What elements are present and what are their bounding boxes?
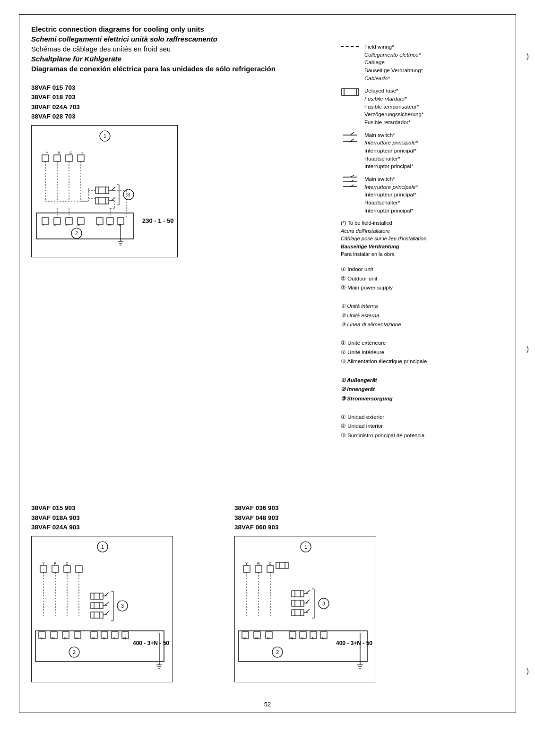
svg-text:C: C	[66, 223, 69, 227]
fw-fr: Cablage	[364, 59, 423, 67]
svg-text:L: L	[98, 223, 100, 227]
svg-rect-83	[64, 566, 70, 572]
fr1: ① Unité extérieure	[341, 339, 501, 348]
svg-text:3: 3	[121, 603, 124, 609]
svg-line-150	[306, 590, 310, 594]
field-wiring-text: Field wiring* Collegamento elettrico* Ca…	[364, 43, 423, 82]
fw-label: Field wiring*	[364, 43, 423, 51]
model-label-3: 38VAF 036 903 38VAF 048 903 38VAF 060 90…	[234, 503, 409, 532]
svg-text:R: R	[54, 223, 57, 227]
svg-text:Y: Y	[245, 561, 248, 566]
es2: ② Unidad interior	[341, 422, 501, 431]
svg-text:1: 1	[101, 544, 104, 550]
svg-rect-146	[292, 591, 304, 597]
voltage-label-2: 400 - 3+N - 50	[133, 640, 169, 646]
svg-text:=: =	[81, 151, 84, 155]
model-label-2: 38VAF 015 903 38VAF 018A 903 38VAF 024A …	[31, 503, 206, 532]
fr3: ③ Alimentation électrique principale	[341, 357, 501, 366]
svg-rect-82	[52, 566, 59, 572]
svg-text:2: 2	[276, 649, 279, 655]
svg-text:3: 3	[127, 192, 130, 197]
svg-rect-22	[78, 155, 84, 161]
margin-mark-1: )	[526, 52, 529, 60]
svg-text:C: C	[66, 561, 69, 566]
svg-rect-81	[40, 566, 47, 572]
numbered-legend: ① Indoor unit ② Outdoor unit ③ Main powe…	[341, 265, 501, 440]
de2: ② Innengerät	[341, 385, 501, 394]
voltage-label-1: 230 - 1 - 50	[142, 217, 174, 224]
margin-mark-2: )	[526, 345, 529, 353]
model-label-1: 38VAF 015 703 38VAF 018 703 38VAF 024A 7…	[31, 83, 504, 121]
svg-text:=: =	[78, 561, 80, 566]
it2: ② Unità esterna	[341, 311, 501, 321]
svg-rect-99	[91, 612, 103, 618]
svg-rect-138	[255, 566, 262, 572]
fw-de: Bauseitige Verdrahtung*	[364, 67, 423, 75]
svg-text:=: =	[78, 223, 80, 227]
diagram-block-3: 38VAF 036 903 38VAF 048 903 38VAF 060 90…	[234, 503, 409, 684]
diagram-block-1: 38VAF 015 703 38VAF 018 703 38VAF 024A 7…	[31, 83, 504, 257]
voltage-label-3: 400 - 3+N - 50	[336, 640, 372, 646]
diagram-3-wrapper: 1 Y R C	[234, 536, 409, 684]
svg-rect-27	[95, 187, 109, 194]
svg-rect-21	[66, 155, 72, 161]
field-wiring-symbol	[341, 43, 364, 47]
circuit-diagram-3: 1 Y R C	[234, 536, 376, 682]
en3: ③ Main power supply	[341, 283, 501, 293]
es1: ① Unidad exterior	[341, 413, 501, 422]
svg-text:Y: Y	[46, 151, 49, 155]
svg-text:N: N	[108, 223, 111, 227]
svg-rect-137	[243, 566, 250, 572]
svg-line-31	[112, 187, 115, 190]
svg-text:2: 2	[73, 649, 76, 655]
circuit-diagram-1: 1 Y R C =	[31, 125, 178, 257]
svg-rect-139	[267, 566, 274, 572]
svg-text:R: R	[54, 561, 57, 566]
svg-line-160	[306, 609, 310, 612]
title-line-1: Electric connection diagrams for cooling…	[31, 24, 504, 34]
de1: ① Außengerät	[341, 376, 501, 385]
it3: ③ Linea di alimentazione	[341, 320, 501, 330]
svg-rect-140	[276, 562, 288, 569]
svg-text:C: C	[269, 561, 272, 566]
svg-rect-32	[95, 197, 109, 204]
svg-rect-94	[91, 603, 103, 609]
margin-mark-3: )	[526, 667, 529, 675]
legend-field-wiring: Field wiring* Collegamento elettrico* Ca…	[341, 43, 501, 82]
de3: ③ Stromversorgung	[341, 394, 501, 404]
en1: ① Indoor unit	[341, 265, 501, 274]
svg-text:R: R	[257, 561, 260, 566]
svg-text:Y: Y	[42, 561, 45, 566]
svg-rect-89	[91, 593, 103, 599]
svg-rect-151	[292, 600, 304, 606]
svg-text:R: R	[58, 151, 60, 155]
svg-line-98	[105, 602, 109, 605]
svg-line-93	[105, 593, 109, 596]
svg-rect-84	[76, 566, 82, 572]
svg-rect-156	[292, 610, 304, 616]
svg-line-36	[112, 197, 115, 201]
fr2: ② Unité intérieure	[341, 348, 501, 357]
fw-it: Collegamento elettrico*	[364, 51, 423, 59]
svg-text:3: 3	[322, 601, 325, 606]
en2: ② Outdoor unit	[341, 274, 501, 284]
es3: ③ Suministro principal de potencia	[341, 431, 501, 441]
svg-rect-19	[42, 155, 49, 161]
svg-text:1: 1	[104, 133, 106, 139]
svg-text:C: C	[69, 151, 72, 155]
circuit-diagram-2: 1 Y R C =	[31, 536, 173, 682]
diagram-block-2: 38VAF 015 903 38VAF 018A 903 38VAF 024A …	[31, 503, 206, 684]
border-box: ) ) ) Electric connection diagrams for c…	[19, 14, 516, 713]
diagram-2-wrapper: 1 Y R C =	[31, 536, 206, 684]
svg-rect-20	[54, 155, 60, 161]
svg-text:Y: Y	[42, 223, 45, 227]
svg-line-103	[105, 612, 109, 615]
page-number: 52	[19, 701, 516, 708]
svg-text:1: 1	[304, 544, 307, 550]
fw-es: Cableado*	[364, 75, 423, 83]
it1: ① Unità interna	[341, 302, 501, 311]
svg-text:2: 2	[75, 230, 78, 236]
page: ) ) ) Electric connection diagrams for c…	[0, 0, 535, 756]
bottom-diagrams: 38VAF 015 903 38VAF 018A 903 38VAF 024A …	[31, 503, 504, 684]
title-line-2: Schemi collegamenti elettrici unità solo…	[31, 34, 504, 44]
